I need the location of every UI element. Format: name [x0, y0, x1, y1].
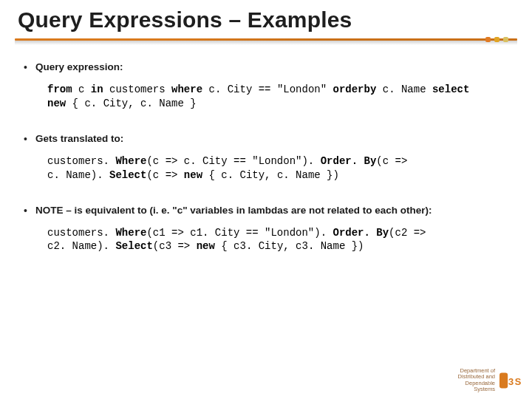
d3s-logo-icon: 3 S: [499, 372, 523, 389]
svg-rect-0: [499, 372, 508, 388]
slide: Query Expressions – Examples Query expre…: [0, 0, 532, 399]
code-block: customers. Where(c1 => c1. City == "Lond…: [47, 226, 508, 254]
svg-text:3: 3: [508, 375, 514, 386]
bullet-label: Gets translated to:: [35, 133, 508, 144]
bullet-item: Query expression: from c in customers wh…: [24, 61, 508, 111]
dot-icon: [503, 37, 508, 42]
footer: Department of Distributed and Dependable…: [458, 368, 523, 394]
dot-icon: [485, 37, 491, 42]
code-block: customers. Where(c => c. City == "London…: [47, 154, 508, 183]
code-block: from c in customers where c. City == "Lo…: [47, 83, 508, 111]
dot-icon: [494, 37, 499, 42]
footer-text: Department of Distributed and Dependable…: [458, 368, 495, 394]
bullet-label: NOTE – is equivalent to (i. e. "c" varia…: [35, 205, 508, 216]
svg-text:S: S: [515, 375, 522, 386]
content-area: Query expression: from c in customers wh…: [0, 45, 532, 253]
bullet-list: Query expression: from c in customers wh…: [24, 61, 508, 253]
title-area: Query Expressions – Examples: [0, 0, 532, 37]
corner-dots: [485, 37, 508, 42]
footer-line: Systems: [458, 386, 495, 393]
bullet-item: NOTE – is equivalent to (i. e. "c" varia…: [24, 205, 508, 254]
bullet-item: Gets translated to: customers. Where(c =…: [24, 133, 508, 183]
slide-title: Query Expressions – Examples: [18, 7, 517, 33]
bullet-label: Query expression:: [35, 61, 508, 72]
